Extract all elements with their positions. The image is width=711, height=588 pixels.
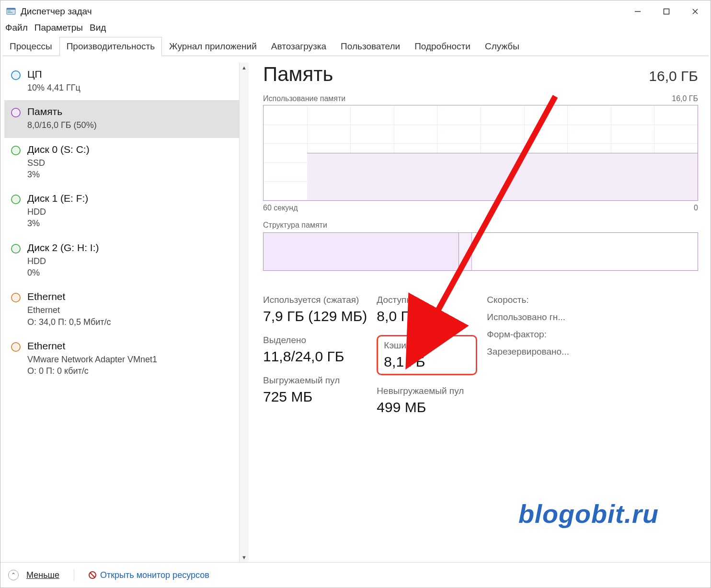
composition-standby [472,233,698,270]
usage-chart-max: 16,0 ГБ [672,94,698,103]
page-title: Память [263,63,333,86]
sidebar-item-subtitle: HDD0% [27,255,99,279]
sidebar-item-3[interactable]: Диск 1 (E: F:)HDD3% [4,187,239,236]
available-value: 8,0 ГБ [377,308,477,324]
menubar: Файл Параметры Вид [0,23,711,37]
memory-usage-chart[interactable] [263,105,698,201]
sidebar-item-subtitle: 10% 4,41 ГГц [27,82,80,93]
sidebar-item-title: Ethernet [27,291,111,302]
sidebar-item-5[interactable]: EthernetEthernetО: 34,0 П: 0,5 Мбит/с [4,285,239,334]
window-controls [623,3,710,20]
memory-stats: Используется (сжатая) 7,9 ГБ (129 МБ) Вы… [263,295,698,426]
indicator-icon [11,342,21,352]
menu-options[interactable]: Параметры [34,23,83,33]
main-panel: Память 16,0 ГБ Использование памяти 16,0… [249,63,707,562]
collapse-icon[interactable]: ⌃ [8,570,19,580]
sidebar-item-subtitle: SSD3% [27,157,90,181]
sidebar-item-subtitle: HDD3% [27,206,88,230]
content-area: ЦП10% 4,41 ГГцПамять8,0/16,0 ГБ (50%)Дис… [0,56,711,562]
sidebar-item-title: Диск 1 (E: F:) [27,193,88,204]
indicator-icon [11,108,21,117]
footer-divider [74,569,74,581]
task-manager-window: Диспетчер задач Файл Параметры Вид Проце… [0,0,711,588]
performance-sidebar: ЦП10% 4,41 ГГцПамять8,0/16,0 ГБ (50%)Дис… [4,63,249,562]
footer: ⌃ Меньше Открыть монитор ресурсов [0,562,711,588]
paged-label: Выгружаемый пул [263,375,367,386]
sidebar-item-title: Диск 2 (G: H: I:) [27,242,99,254]
sidebar-item-0[interactable]: ЦП10% 4,41 ГГц [4,63,239,100]
tab-details[interactable]: Подробности [407,37,478,56]
indicator-icon [11,244,21,254]
titlebar[interactable]: Диспетчер задач [0,0,711,23]
xaxis-left: 60 секунд [263,204,298,212]
reserved-label: Зарезервировано... [487,346,587,357]
svg-rect-5 [664,9,669,14]
indicator-icon [11,146,21,155]
composition-modified [459,233,472,270]
indicator-icon [11,70,21,80]
form-factor-label: Форм-фактор: [487,329,587,340]
composition-inuse [264,233,459,270]
tab-users[interactable]: Пользователи [333,37,407,56]
cached-label: Кэшировано [384,340,470,351]
tab-performance[interactable]: Производительность [59,37,162,56]
sidebar-item-6[interactable]: EthernetVMware Network Adapter VMnet1О: … [4,334,239,384]
open-resource-monitor-link[interactable]: Открыть монитор ресурсов [89,570,209,580]
sidebar-item-2[interactable]: Диск 0 (S: C:)SSD3% [4,138,239,187]
minimize-button[interactable] [623,3,652,20]
cached-value: 8,1 ГБ [384,354,470,370]
app-icon [6,7,16,16]
scroll-down-icon[interactable]: ▼ [240,553,249,562]
nonpaged-value: 499 МБ [377,399,477,415]
composition-label: Структура памяти [263,221,327,230]
speed-label: Скорость: [487,295,587,305]
cached-highlight: Кэшировано 8,1 ГБ [377,335,477,375]
memory-total: 16,0 ГБ [649,68,698,84]
in-use-value: 7,9 ГБ (129 МБ) [263,308,367,324]
sidebar-scrollbar[interactable]: ▲ ▼ [239,63,249,562]
slots-label: Использовано гн... [487,312,587,323]
svg-rect-1 [7,8,15,10]
maximize-button[interactable] [652,3,681,20]
nonpaged-label: Невыгружаемый пул [377,386,477,396]
memory-composition-chart[interactable] [263,232,698,271]
sidebar-item-subtitle: VMware Network Adapter VMnet1О: 0 П: 0 к… [27,354,157,377]
indicator-icon [11,293,21,302]
close-button[interactable] [681,3,710,20]
sidebar-item-subtitle: EthernetО: 34,0 П: 0,5 Мбит/с [27,304,111,328]
xaxis-right: 0 [694,204,698,212]
committed-value: 11,8/24,0 ГБ [263,348,367,365]
menu-view[interactable]: Вид [90,23,106,33]
tabs: Процессы Производительность Журнал прило… [2,37,709,56]
svg-rect-2 [8,11,11,12]
fewer-details-button[interactable]: Меньше [26,570,59,580]
sidebar-item-title: ЦП [27,69,80,80]
sidebar-item-4[interactable]: Диск 2 (G: H: I:)HDD0% [4,236,239,286]
paged-value: 725 МБ [263,389,367,405]
watermark-text: blogobit.ru [518,499,659,529]
resource-monitor-icon [89,571,96,579]
scroll-up-icon[interactable]: ▲ [240,63,249,72]
tab-app-history[interactable]: Журнал приложений [162,37,264,56]
window-title: Диспетчер задач [21,6,623,17]
tab-startup[interactable]: Автозагрузка [264,37,333,56]
sidebar-item-title: Диск 0 (S: C:) [27,144,90,155]
available-label: Доступно [377,295,477,305]
menu-file[interactable]: Файл [5,23,28,33]
tab-services[interactable]: Службы [478,37,527,56]
open-resource-monitor-label: Открыть монитор ресурсов [100,570,209,580]
sidebar-item-title: Память [27,106,97,117]
sidebar-item-title: Ethernet [27,340,157,352]
in-use-label: Используется (сжатая) [263,295,367,305]
committed-label: Выделено [263,335,367,346]
usage-chart-label: Использование памяти [263,94,345,103]
tab-processes[interactable]: Процессы [2,37,59,56]
indicator-icon [11,195,21,204]
sidebar-item-1[interactable]: Память8,0/16,0 ГБ (50%) [4,100,239,138]
sidebar-item-subtitle: 8,0/16,0 ГБ (50%) [27,119,97,131]
svg-rect-3 [8,12,12,13]
